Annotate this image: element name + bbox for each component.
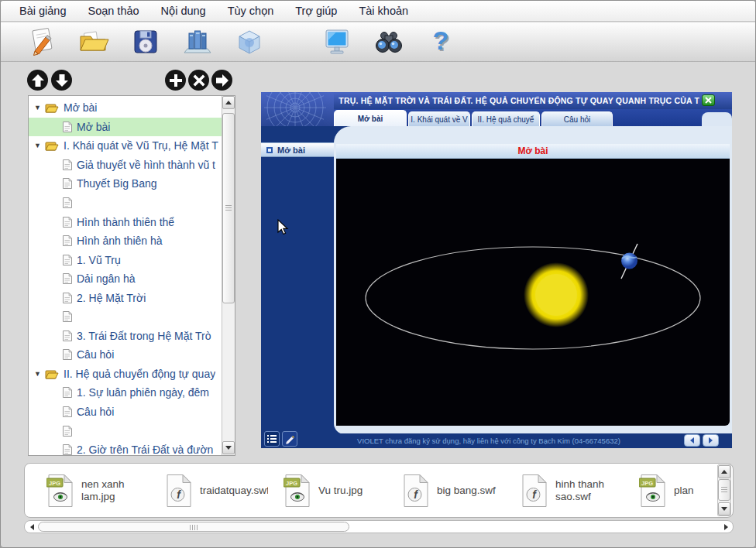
binoculars-button[interactable]: [371, 24, 407, 60]
monitor-button[interactable]: [319, 24, 355, 60]
swf-file-icon: f: [165, 474, 193, 508]
violet-app-window: Bài giảngSoạn thảoNội dungTùy chọnTrợ gi…: [0, 0, 756, 548]
edit-document-button[interactable]: [24, 24, 60, 60]
scroll-right-button[interactable]: [720, 521, 732, 533]
preview-tab[interactable]: Mở bài: [334, 110, 407, 126]
tree-page-row[interactable]: Dải ngân hà: [29, 269, 222, 289]
close-button[interactable]: [702, 94, 715, 106]
tree-folder-row[interactable]: ▼Mở bài: [29, 98, 222, 118]
scrollbar-thumb[interactable]: [718, 479, 730, 501]
file-item[interactable]: fbig bang.swf: [402, 474, 521, 508]
tree-page-row[interactable]: Giả thuyết về hình thành vũ t: [29, 156, 222, 175]
library-books-button[interactable]: [180, 24, 215, 60]
file-item[interactable]: JPGnen xanh lam.jpg: [46, 474, 165, 508]
tree-item-label: Hình ảnh thiên hà: [77, 235, 163, 247]
svg-text:JPG: JPG: [49, 479, 60, 486]
tree-page-row[interactable]: 3. Trái Đất trong Hệ Mặt Trò: [29, 327, 222, 346]
tree-page-row[interactable]: Mở bài: [29, 118, 222, 137]
file-strip-scrollbar[interactable]: [717, 464, 731, 516]
slide-canvas: [336, 159, 730, 426]
tree-page-row[interactable]: [29, 194, 222, 213]
left-arrow-icon: [690, 437, 694, 444]
expand-arrow-icon[interactable]: ▼: [34, 142, 45, 149]
tree-page-row[interactable]: Câu hỏi: [29, 402, 222, 422]
page-icon: [63, 293, 72, 303]
thumb-grip-icon: [190, 525, 198, 530]
scroll-up-button[interactable]: [222, 96, 235, 109]
lesson-title: VŨ TRỤ. HỆ MẶT TRỜI VÀ TRÁI ĐẤT. HỆ QUẢ …: [337, 92, 699, 109]
page-icon: [63, 311, 72, 322]
folder-icon: [45, 140, 59, 151]
tree-page-row[interactable]: 2. Hệ Mặt Trời: [29, 288, 222, 307]
tree-item-label: 2. Giờ trên Trái Đất và đườn: [77, 444, 213, 456]
move-down-icon: [52, 70, 72, 91]
slide-frame: Mở bài: [334, 126, 732, 434]
tree-page-row[interactable]: 1. Sự luân phiên ngày, đêm: [29, 383, 222, 402]
help-icon: ??: [424, 26, 457, 58]
next-slide-button[interactable]: [703, 434, 719, 447]
file-item[interactable]: fhinh thanh sao.swf: [521, 474, 639, 508]
preview-sidebar-item[interactable]: Mở bài: [261, 142, 334, 157]
tree-scrollbar[interactable]: [222, 96, 235, 455]
menu-item[interactable]: Bài giảng: [19, 5, 66, 17]
move-down-button[interactable]: [51, 70, 72, 91]
monitor-icon: [321, 26, 353, 58]
tree-page-row[interactable]: 2. Giờ trên Trái Đất và đườn: [29, 440, 222, 456]
preview-tab[interactable]: II. Hệ quả chuyể: [472, 111, 540, 126]
resource-file-strip: JPGnen xanh lam.jpgftraidatquay.swfJPGVu…: [24, 463, 734, 518]
scrollbar-thumb[interactable]: [222, 113, 235, 303]
expand-arrow-icon[interactable]: ▼: [34, 104, 45, 111]
edit-slide-button[interactable]: [282, 431, 297, 447]
tree-item-label: Dải ngân hà: [77, 272, 136, 285]
tree-item-label: Hình thành thiên thể: [77, 216, 174, 228]
play-icon: [212, 70, 232, 91]
thumb-grip-icon: [225, 205, 232, 211]
file-strip-hscrollbar[interactable]: [24, 520, 734, 533]
scroll-down-button[interactable]: [222, 441, 235, 454]
menu-item[interactable]: Trợ giúp: [295, 5, 337, 17]
swf-file-icon: f: [521, 474, 548, 508]
play-button[interactable]: [211, 70, 232, 91]
tree-page-row[interactable]: Hình ảnh thiên hà: [29, 231, 222, 251]
add-button[interactable]: [165, 70, 186, 91]
tree-page-row[interactable]: 1. Vũ Trụ: [29, 250, 222, 269]
file-item[interactable]: ftraidatquay.swf: [165, 474, 284, 508]
page-icon: [63, 331, 72, 341]
preview-tab[interactable]: I. Khái quát về V: [408, 111, 470, 126]
preview-tab[interactable]: Câu hỏi: [541, 111, 613, 126]
save-floppy-button[interactable]: [128, 24, 163, 60]
tree-folder-row[interactable]: ▼II. Hệ quả chuyển động tự quay: [29, 365, 222, 384]
tree-page-row[interactable]: Câu hỏi: [29, 345, 222, 365]
previous-slide-button[interactable]: [684, 434, 700, 447]
delete-button[interactable]: [188, 70, 209, 91]
tree-folder-row[interactable]: ▼I. Khái quát về Vũ Trụ, Hệ Mặt T: [29, 136, 222, 156]
tree-item-label: Mở bài: [77, 121, 110, 133]
tree-page-row[interactable]: [29, 421, 222, 440]
slide-header-label: Mở bài: [517, 146, 548, 156]
jpg-file-icon: JPG: [46, 474, 74, 508]
page-icon: [63, 255, 72, 265]
file-name-label: big bang.swf: [437, 485, 505, 497]
file-item[interactable]: JPGVu tru.jpg: [284, 474, 402, 508]
expand-arrow-icon[interactable]: ▼: [34, 370, 45, 378]
outline-list-button[interactable]: [264, 431, 280, 447]
delete-icon: [189, 70, 209, 91]
menu-item[interactable]: Tài khoản: [359, 5, 408, 17]
cube-3d-icon: [233, 26, 266, 58]
tree-page-row[interactable]: [29, 307, 222, 327]
jpg-file-icon: JPG: [284, 474, 311, 508]
scrollbar-thumb[interactable]: [38, 522, 349, 532]
menu-item[interactable]: Tùy chọn: [228, 5, 274, 17]
open-folder-button[interactable]: [76, 24, 112, 60]
scroll-down-button[interactable]: [718, 502, 730, 515]
scroll-up-button[interactable]: [718, 465, 730, 478]
menu-item[interactable]: Nội dung: [161, 5, 206, 17]
move-up-button[interactable]: [27, 70, 48, 91]
tree-page-row[interactable]: Thuyết Big Bang: [29, 174, 222, 194]
tree-page-row[interactable]: Hình thành thiên thể: [29, 212, 222, 231]
cube-3d-button[interactable]: [232, 24, 267, 60]
scroll-left-button[interactable]: [26, 521, 38, 533]
tree-item-label: Giả thuyết về hình thành vũ t: [77, 159, 215, 171]
menu-item[interactable]: Soạn thảo: [88, 5, 139, 17]
help-button[interactable]: ??: [423, 24, 459, 60]
